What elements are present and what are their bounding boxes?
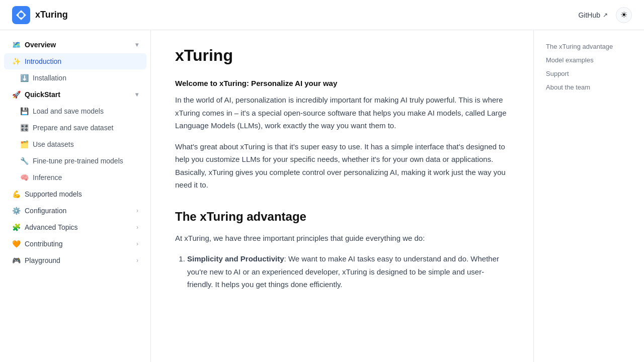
advantage-item-1: Simplicity and Productivity: We want to … <box>187 252 509 291</box>
sidebar-label-introduction: Introduction <box>25 57 61 65</box>
introduction-emoji: ✨ <box>12 57 21 65</box>
advantage-title: The xTuring advantage <box>175 210 509 224</box>
sidebar-label-contributing: Contributing <box>25 240 63 248</box>
inference-emoji: 🧠 <box>20 173 29 182</box>
theme-toggle-button[interactable]: ☀ <box>616 7 632 23</box>
main-content: xTuring Welcome to xTuring: Personalize … <box>151 30 533 362</box>
site-title: xTuring <box>35 10 68 20</box>
sidebar-item-fine-tune[interactable]: 🔧 Fine-tune pre-trained models <box>12 153 146 169</box>
chevron-right-icon-contributing: › <box>136 240 138 247</box>
sidebar-item-inference[interactable]: 🧠 Inference <box>12 169 146 186</box>
intro-paragraph-1: In the world of AI, personalization is i… <box>175 94 509 132</box>
overview-emoji: 🗺️ <box>12 41 21 49</box>
sidebar-label-supported-models: Supported models <box>25 190 82 198</box>
sidebar-item-advanced-topics[interactable]: 🧩 Advanced Topics › <box>4 219 146 235</box>
use-datasets-emoji: 🗂️ <box>20 140 29 148</box>
right-toc: The xTuring advantage Model examples Sup… <box>533 30 644 362</box>
sidebar: 🗺️ Overview ▾ ✨ Introduction ⬇️ Installa… <box>0 30 151 362</box>
header: xTuring GitHub ☀ <box>0 0 644 30</box>
supported-models-emoji: 💪 <box>12 190 21 198</box>
sidebar-item-supported-models[interactable]: 💪 Supported models <box>4 186 146 202</box>
configuration-emoji: ⚙️ <box>12 207 21 215</box>
load-save-emoji: 💾 <box>20 107 29 115</box>
sidebar-label-prepare-dataset: Prepare and save dataset <box>33 124 113 132</box>
sidebar-label-use-datasets: Use datasets <box>33 140 74 148</box>
sidebar-item-overview[interactable]: 🗺️ Overview ▾ <box>4 37 146 53</box>
sidebar-label-configuration: Configuration <box>25 207 66 215</box>
chevron-right-icon-config: › <box>136 207 138 214</box>
advantage-intro: At xTuring, we have three important prin… <box>175 232 509 245</box>
sidebar-item-load-save[interactable]: 💾 Load and save models <box>12 103 146 119</box>
sidebar-item-use-datasets[interactable]: 🗂️ Use datasets <box>12 136 146 152</box>
intro-paragraph-2: What's great about xTuring is that it's … <box>175 140 509 192</box>
sidebar-label-advanced-topics: Advanced Topics <box>25 223 78 231</box>
sidebar-label-installation: Installation <box>33 74 66 82</box>
main-layout: 🗺️ Overview ▾ ✨ Introduction ⬇️ Installa… <box>0 30 644 362</box>
sidebar-sub-quickstart: 💾 Load and save models 🎛️ Prepare and sa… <box>8 103 150 186</box>
svg-point-1 <box>19 13 24 18</box>
chevron-down-icon: ▾ <box>135 41 138 48</box>
toc-item-xturing-advantage[interactable]: The xTuring advantage <box>542 40 636 53</box>
sidebar-label-overview: Overview <box>25 41 56 49</box>
sidebar-label-quickstart: QuickStart <box>25 90 60 99</box>
fine-tune-emoji: 🔧 <box>20 157 29 165</box>
sidebar-item-playground[interactable]: 🎮 Playground › <box>4 252 146 268</box>
welcome-subtitle: Welcome to xTuring: Personalize AI your … <box>175 79 509 87</box>
prepare-dataset-emoji: 🎛️ <box>20 124 29 132</box>
toc-item-about-team[interactable]: About the team <box>542 81 636 94</box>
toc-item-support[interactable]: Support <box>542 67 636 80</box>
playground-emoji: 🎮 <box>12 256 21 264</box>
sidebar-label-playground: Playground <box>25 256 60 264</box>
sidebar-item-contributing[interactable]: 🧡 Contributing › <box>4 236 146 252</box>
chevron-right-icon-playground: › <box>136 257 138 264</box>
advantage-item-1-bold: Simplicity and Productivity <box>187 254 284 263</box>
sidebar-sub-overview: ⬇️ Installation <box>8 70 150 86</box>
sidebar-item-introduction[interactable]: ✨ Introduction <box>4 53 146 69</box>
quickstart-emoji: 🚀 <box>12 90 21 99</box>
header-left: xTuring <box>12 6 68 24</box>
sidebar-item-prepare-dataset[interactable]: 🎛️ Prepare and save dataset <box>12 120 146 136</box>
github-link[interactable]: GitHub <box>578 11 608 19</box>
chevron-right-icon-advanced: › <box>136 224 138 231</box>
installation-emoji: ⬇️ <box>20 74 29 82</box>
sidebar-item-configuration[interactable]: ⚙️ Configuration › <box>4 203 146 219</box>
toc-item-model-examples[interactable]: Model examples <box>542 54 636 66</box>
contributing-emoji: 🧡 <box>12 240 21 248</box>
sidebar-label-fine-tune: Fine-tune pre-trained models <box>33 157 123 165</box>
logo-icon <box>12 6 30 24</box>
sidebar-label-inference: Inference <box>33 173 62 182</box>
sidebar-item-quickstart[interactable]: 🚀 QuickStart ▾ <box>4 86 146 103</box>
page-title: xTuring <box>175 46 509 65</box>
chevron-down-icon-quickstart: ▾ <box>135 91 138 98</box>
header-right: GitHub ☀ <box>578 7 632 23</box>
advanced-topics-emoji: 🧩 <box>12 223 21 231</box>
sidebar-label-load-save: Load and save models <box>33 107 104 115</box>
advantage-list: Simplicity and Productivity: We want to … <box>175 252 509 291</box>
sidebar-item-installation[interactable]: ⬇️ Installation <box>12 70 146 86</box>
